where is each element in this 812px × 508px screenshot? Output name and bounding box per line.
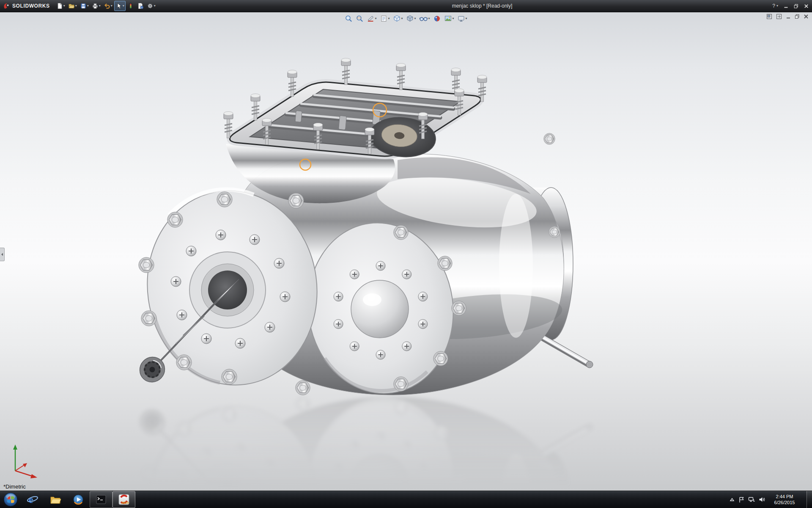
doc-minimize-button[interactable]: [786, 14, 791, 19]
doc-restore-button[interactable]: [795, 14, 800, 19]
speaker-icon: [759, 497, 765, 502]
zoom-to-area-button[interactable]: [354, 13, 365, 24]
print-button[interactable]: ▾: [91, 1, 102, 11]
solidworks-badge-text: 2015: [121, 501, 129, 505]
desktop-screen: SOLIDWORKS ▾ ▾: [0, 0, 812, 508]
view-orientation-button[interactable]: ▾: [392, 13, 404, 24]
help-icon: ?: [772, 3, 775, 9]
feature-manager-collapse-tab[interactable]: [0, 248, 5, 261]
media-player-icon: [72, 494, 84, 505]
close-button[interactable]: [804, 4, 809, 8]
file-properties-button[interactable]: i: [136, 1, 145, 11]
save-floppy-icon: [80, 3, 87, 9]
minimize-button[interactable]: [784, 4, 788, 8]
volume-icon[interactable]: [759, 497, 765, 502]
view-settings-button[interactable]: ▾: [456, 13, 469, 24]
dropdown-caret-icon[interactable]: ▾: [453, 17, 454, 20]
restore-pane-button[interactable]: [766, 14, 772, 19]
taskbar-clock[interactable]: 2:44 PM 6/26/2015: [769, 494, 800, 506]
graphics-area[interactable]: ▾ ▾ ▾ ▾: [0, 12, 812, 491]
heads-up-view-toolbar: ▾ ▾ ▾ ▾: [343, 13, 468, 24]
pane-expand-icon: [776, 14, 782, 19]
display-style-cube-icon: [406, 15, 414, 22]
network-status-icon[interactable]: [748, 497, 755, 502]
restore-icon: [795, 14, 800, 19]
dropdown-caret-icon[interactable]: ▾: [63, 4, 65, 8]
titlebar-controls: ? ▾: [772, 0, 809, 12]
dropdown-caret-icon[interactable]: ▾: [401, 17, 403, 20]
window-title: menjac sklop * [Read-only]: [452, 3, 513, 9]
hide-show-items-button[interactable]: ▾: [418, 13, 431, 24]
taskbar-solidworks-button[interactable]: 2015: [112, 491, 135, 508]
show-hidden-icons-button[interactable]: [730, 497, 735, 502]
doc-close-button[interactable]: [804, 14, 809, 19]
options-gear-icon: [147, 3, 154, 9]
brand-name: SOLIDWORKS: [12, 3, 50, 9]
internet-explorer-icon: e: [27, 494, 38, 505]
dropdown-caret-icon[interactable]: ▾: [75, 4, 77, 8]
help-button[interactable]: ? ▾: [772, 3, 778, 9]
annotation-views-icon: [380, 15, 387, 22]
document-window-controls: [766, 14, 809, 19]
scene-photo-icon: [444, 15, 452, 22]
chevron-up-icon: [730, 497, 735, 502]
rebuild-traffic-light-icon: [127, 3, 134, 9]
close-icon: [804, 4, 809, 8]
pane-icon: [766, 14, 772, 19]
dropdown-caret-icon[interactable]: ▾: [375, 17, 376, 20]
zoom-to-fit-button[interactable]: [343, 13, 354, 24]
action-center-flag-icon[interactable]: [738, 497, 744, 503]
windows-start-orb-icon: [3, 491, 19, 508]
options-button[interactable]: ▾: [145, 1, 157, 11]
show-desktop-button[interactable]: [807, 491, 812, 508]
annotation-views-button[interactable]: ▾: [379, 13, 391, 24]
dropdown-caret-icon[interactable]: ▾: [466, 17, 467, 20]
notification-area: 2:44 PM 6/26/2015: [730, 491, 812, 508]
apply-scene-button[interactable]: ▾: [443, 13, 455, 24]
new-button[interactable]: ▾: [55, 1, 66, 11]
minimize-icon: [786, 14, 791, 19]
minimize-icon: [784, 4, 788, 8]
dropdown-caret-icon[interactable]: ▾: [154, 4, 156, 8]
section-view-button[interactable]: ▾: [365, 13, 378, 24]
undo-button[interactable]: ▾: [102, 1, 114, 11]
model-reflection: [134, 389, 593, 491]
view-orientation-label: *Dimetric: [3, 483, 26, 490]
rebuild-button[interactable]: [126, 1, 135, 11]
select-button[interactable]: ▾: [114, 1, 126, 11]
save-button[interactable]: ▾: [79, 1, 90, 11]
restore-button[interactable]: [794, 4, 798, 8]
dropdown-caret-icon[interactable]: ▾: [776, 4, 778, 8]
gearbox-assembly-model[interactable]: [0, 12, 812, 491]
section-view-icon: [367, 15, 374, 22]
taskbar-internet-explorer-button[interactable]: e: [21, 491, 44, 508]
network-icon: [748, 497, 755, 502]
quick-access-toolbar: ▾ ▾ ▾: [55, 1, 157, 11]
taskbar-file-explorer-button[interactable]: [44, 491, 67, 508]
eyeglasses-icon: [420, 15, 428, 22]
open-folder-icon: [68, 3, 75, 9]
dropdown-caret-icon[interactable]: ▾: [388, 17, 390, 20]
start-button[interactable]: [0, 491, 21, 508]
display-style-button[interactable]: ▾: [405, 13, 417, 24]
undo-arrow-icon: [104, 3, 110, 9]
taskbar-command-prompt-button[interactable]: [90, 491, 112, 508]
flag-icon: [738, 497, 744, 503]
dropdown-caret-icon[interactable]: ▾: [99, 4, 101, 8]
dropdown-caret-icon[interactable]: ▾: [428, 17, 430, 20]
dropdown-caret-icon[interactable]: ▾: [123, 4, 124, 8]
orientation-triad[interactable]: [6, 441, 47, 480]
dropdown-caret-icon[interactable]: ▾: [111, 4, 112, 8]
dropdown-caret-icon[interactable]: ▾: [414, 17, 416, 20]
open-button[interactable]: ▾: [67, 1, 78, 11]
solidworks-app-icon: 2015: [118, 494, 130, 505]
view-orientation-cube-icon: [393, 15, 401, 22]
zoom-to-area-icon: [356, 15, 363, 22]
dropdown-caret-icon[interactable]: ▾: [87, 4, 89, 8]
taskbar: e: [0, 491, 812, 508]
close-icon: [804, 14, 809, 19]
edit-appearance-button[interactable]: [432, 13, 442, 24]
taskbar-media-player-button[interactable]: [67, 491, 90, 508]
dassault-logo-icon: [3, 2, 10, 10]
expand-pane-button[interactable]: [776, 14, 782, 19]
